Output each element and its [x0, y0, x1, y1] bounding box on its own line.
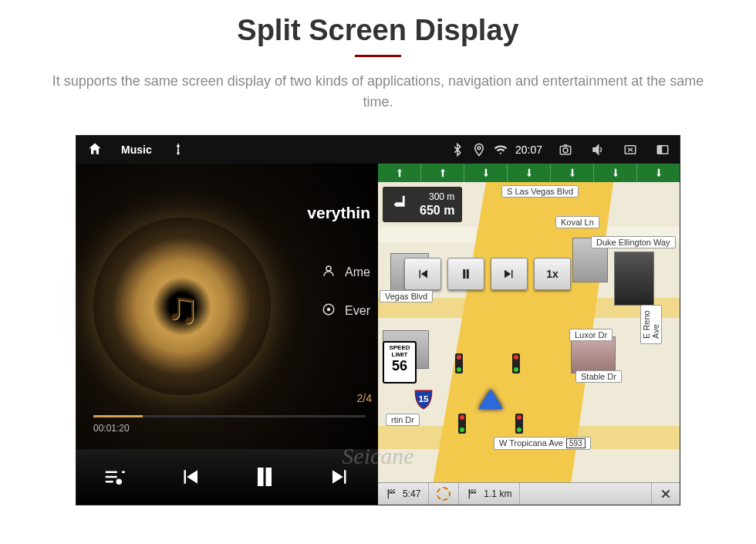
time-elapsed: 00:01:20	[93, 423, 130, 434]
speed-limit-label: SPEED LIMIT	[389, 344, 410, 358]
speed-limit-value: 56	[384, 359, 415, 374]
eta-segment[interactable]: 5:47	[378, 483, 429, 505]
vehicle-position-icon	[478, 389, 503, 409]
traffic-light-icon	[512, 353, 520, 373]
pause-button[interactable]	[245, 457, 285, 497]
home-icon[interactable]	[87, 141, 103, 159]
lane-arrow-icon	[421, 164, 464, 182]
svg-rect-11	[469, 489, 470, 498]
building-3d	[571, 336, 616, 373]
split-screen-button[interactable]	[650, 140, 675, 160]
track-counter: 2/4	[357, 392, 372, 404]
sim-pause-button[interactable]	[447, 258, 484, 290]
volume-button[interactable]	[586, 140, 610, 160]
interstate-shield-icon: 15	[413, 389, 434, 411]
lane-arrow-down-icon	[508, 164, 551, 182]
street-label: Duke Ellington Way	[591, 236, 676, 248]
svg-rect-5	[657, 146, 662, 154]
artist-icon	[322, 264, 336, 281]
lane-arrow-down-icon	[464, 164, 508, 182]
svg-point-0	[478, 147, 481, 150]
simulation-controls: 1x	[404, 258, 571, 290]
screenshot-button[interactable]	[553, 140, 578, 160]
title-underline	[355, 55, 401, 57]
music-controls-dock	[76, 449, 378, 505]
track-title: verythin	[307, 204, 370, 222]
progress-bar[interactable]	[93, 415, 366, 417]
wifi-icon	[494, 143, 508, 157]
street-label: Vegas Blvd	[380, 290, 433, 302]
album-art-disc: ♫	[93, 218, 271, 395]
dest-flag-icon	[467, 488, 479, 500]
lane-arrow-down-icon	[637, 164, 680, 182]
menu-segment[interactable]	[429, 483, 459, 505]
navigation-pane: 300 m 650 m 1x SPEED LIMIT 56 15	[378, 164, 680, 505]
album-icon	[322, 302, 336, 319]
music-note-icon: ♫	[165, 281, 199, 333]
playlist-button[interactable]	[94, 457, 134, 497]
street-label: Koval Ln	[555, 216, 599, 228]
artist-name: Ame	[345, 265, 370, 279]
device-screen: Music 20:07	[76, 136, 680, 505]
next-button[interactable]	[320, 457, 360, 497]
speed-limit-sign: SPEED LIMIT 56	[383, 341, 417, 384]
lane-arrow-down-icon	[551, 164, 594, 182]
close-app-button[interactable]	[618, 140, 643, 160]
turn-distance-next: 300 m	[420, 191, 454, 202]
close-icon	[660, 488, 672, 500]
svg-point-8	[328, 309, 330, 311]
map-bottom-bar: 5:47 1.1 km	[378, 482, 680, 505]
lane-guidance-bar	[378, 164, 680, 182]
building-3d	[614, 252, 654, 306]
sim-rewind-button[interactable]	[404, 258, 441, 290]
traffic-light-icon	[515, 414, 523, 434]
street-label: S Las Vegas Blvd	[501, 185, 579, 198]
street-label: W Tropicana Ave593	[494, 437, 591, 450]
svg-rect-10	[388, 489, 389, 498]
turn-instruction-panel: 300 m 650 m	[383, 187, 462, 222]
bluetooth-icon	[451, 143, 464, 157]
album-name: Ever	[345, 304, 370, 318]
race-flag-icon	[386, 488, 398, 500]
eta-value: 5:47	[403, 488, 420, 499]
svg-text:15: 15	[418, 394, 429, 404]
route-options-icon	[437, 487, 451, 501]
status-bar: Music 20:07	[76, 136, 680, 164]
distance-value: 1.1 km	[484, 488, 511, 499]
close-nav-button[interactable]	[651, 483, 680, 505]
street-label: rtin Dr	[386, 414, 420, 426]
street-label: Luxor Dr	[569, 329, 613, 341]
map-canvas[interactable]: 300 m 650 m 1x SPEED LIMIT 56 15	[378, 182, 680, 483]
traffic-light-icon	[455, 353, 463, 373]
street-label: Stable Dr	[575, 370, 622, 383]
sim-forward-button[interactable]	[491, 258, 528, 290]
page-title: Split Screen Display	[0, 14, 756, 47]
turn-distance-after: 650 m	[420, 203, 454, 218]
svg-point-2	[563, 148, 568, 153]
location-icon	[472, 143, 486, 157]
lane-arrow-icon	[378, 164, 421, 182]
street-label: E Reno Ave	[640, 305, 662, 344]
route-shield: 593	[566, 438, 586, 448]
usb-icon	[170, 141, 186, 159]
turn-left-icon	[387, 191, 413, 218]
previous-button[interactable]	[170, 457, 210, 497]
album-row: Ever	[322, 302, 370, 319]
svg-point-6	[326, 266, 331, 271]
traffic-light-icon	[458, 414, 466, 434]
sim-speed-button[interactable]: 1x	[534, 258, 571, 290]
artist-row: Ame	[322, 264, 370, 281]
lane-arrow-down-icon	[594, 164, 637, 182]
page-description: It supports the same screen display of t…	[39, 71, 717, 113]
statusbar-app-label: Music	[121, 144, 152, 156]
music-pane: ♫ verythin Ame Ever 2/4 00:01:20	[76, 164, 378, 505]
statusbar-clock: 20:07	[515, 144, 542, 156]
distance-segment[interactable]: 1.1 km	[459, 483, 520, 505]
